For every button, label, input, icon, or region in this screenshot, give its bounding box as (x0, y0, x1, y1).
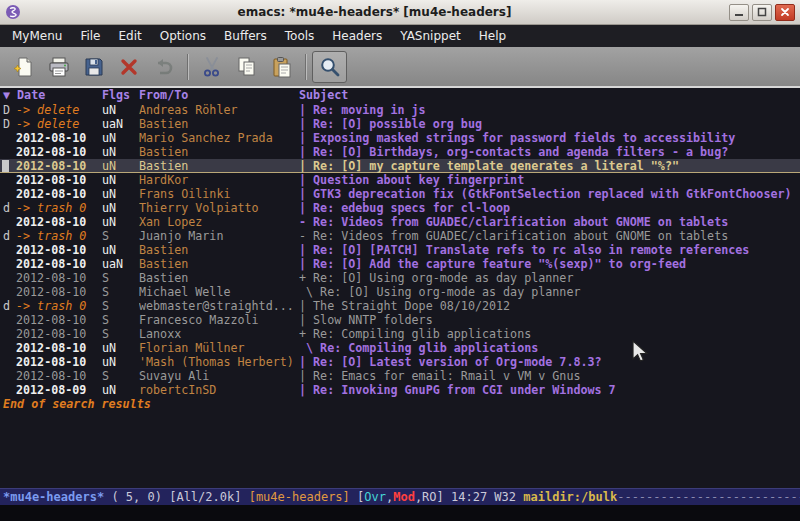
header-col-subject[interactable]: Subject (299, 88, 800, 103)
save-icon (82, 55, 106, 79)
menu-mymenu[interactable]: MyMenu (3, 27, 71, 45)
message-date: 2012-08-10 (16, 215, 102, 229)
message-row[interactable]: D-> deleteuaNBastien| Re: [O] possible o… (0, 117, 800, 131)
message-flags: uN (102, 145, 139, 159)
message-date: -> trash 0 (16, 201, 102, 215)
message-row[interactable]: 2012-08-10uNFrans Oilinki| GTK3 deprecat… (0, 187, 800, 201)
message-row[interactable]: 2012-08-10SMichael Welle \ Re: [O] Using… (0, 285, 800, 299)
message-row[interactable]: 2012-08-10uNBastien| Re: [O] Birthdays, … (0, 145, 800, 159)
undo-icon (152, 55, 176, 79)
header-col-from[interactable]: From/To (139, 88, 299, 103)
message-from: Mario Sanchez Prada (139, 131, 299, 145)
header-line: ▼ Date Flgs From/To Subject (0, 88, 800, 103)
title-bar[interactable]: emacs: *mu4e-headers* [mu4e-headers] (0, 0, 800, 25)
message-from: Francesco Mazzoli (139, 313, 299, 327)
message-mark: D (3, 117, 16, 131)
copy-button[interactable] (229, 51, 264, 83)
message-date: -> delete (16, 103, 102, 117)
message-from: Bastien (139, 159, 299, 173)
message-date: -> trash 0 (16, 299, 102, 313)
message-row[interactable]: 2012-08-10uNXan Lopez- Re: Videos from G… (0, 215, 800, 229)
message-row[interactable]: D-> deleteuNAndreas Röhler| Re: moving i… (0, 103, 800, 117)
message-from: Bastien (139, 271, 299, 285)
modeline-segment-plain: RO (422, 489, 436, 505)
message-flags: uaN (102, 117, 139, 131)
message-date: 2012-08-10 (16, 369, 102, 383)
message-row[interactable]: 2012-08-10SBastien+ Re: [O] Using org-mo… (0, 271, 800, 285)
save-button[interactable] (76, 51, 111, 83)
modeline-segment-ovr: Ovr (364, 489, 386, 505)
message-mark: d (3, 299, 16, 313)
message-flags: uN (102, 215, 139, 229)
message-subject: | GTK3 deprecation fix (GtkFontSelection… (299, 187, 800, 201)
echo-area[interactable] (0, 505, 800, 521)
message-from: webmaster@straightd... (139, 299, 299, 313)
message-row[interactable]: 2012-08-10uNHardKor| Question about key … (0, 173, 800, 187)
message-row[interactable]: 2012-08-10SLanoxx+ Re: Compiling glib ap… (0, 327, 800, 341)
cut-button[interactable] (194, 51, 229, 83)
message-date: 2012-08-10 (16, 159, 102, 173)
window-title: emacs: *mu4e-headers* [mu4e-headers] (23, 5, 726, 19)
menu-yasnippet[interactable]: YASnippet (391, 27, 470, 45)
message-subject: | Re: [O] Latest version of Org-mode 7.8… (299, 355, 800, 369)
minimize-button[interactable] (729, 4, 749, 21)
close-icon (117, 55, 141, 79)
message-row[interactable]: 2012-08-10uNBastien| Re: [O] [PATCH] Tra… (0, 243, 800, 257)
close-button[interactable] (111, 51, 146, 83)
message-from: Juanjo Marin (139, 229, 299, 243)
modeline-segment-mode: [mu4e-headers] (249, 489, 350, 505)
message-date: 2012-08-10 (16, 173, 102, 187)
message-row[interactable]: 2012-08-10SSuvayu Ali| Re: Emacs for ema… (0, 369, 800, 383)
close-button[interactable] (775, 4, 795, 21)
header-col-date[interactable]: ▼ Date (3, 88, 102, 103)
message-row[interactable]: 2012-08-10uNMario Sanchez Prada| Exposin… (0, 131, 800, 145)
message-mark (3, 341, 16, 355)
message-mark (3, 187, 16, 201)
message-subject: | Re: [O] possible org bug (299, 117, 800, 131)
message-row[interactable]: 2012-08-10SFrancesco Mazzoli| Slow NNTP … (0, 313, 800, 327)
mode-line[interactable]: *mu4e-headers* ( 5, 0) [All/2.0k] [mu4e-… (0, 488, 800, 505)
message-row[interactable]: 2012-08-09uNrobertcInSD| Re: Invoking Gn… (0, 383, 800, 397)
message-mark: d (3, 201, 16, 215)
search-button[interactable] (312, 51, 347, 83)
header-col-flags[interactable]: Flgs (102, 88, 139, 103)
message-row[interactable]: 2012-08-10uaNBastien| Re: [O] Add the ca… (0, 257, 800, 271)
menu-tools[interactable]: Tools (276, 27, 324, 45)
paste-button[interactable] (264, 51, 299, 83)
maximize-button[interactable] (752, 4, 772, 21)
menu-bar: MyMenuFileEditOptionsBuffersToolsHeaders… (0, 25, 800, 47)
modeline-segment-plain: [ (350, 489, 364, 505)
message-subject: | Exposing masked strings for password f… (299, 131, 800, 145)
message-flags: uN (102, 355, 139, 369)
modeline-segment-plain: , (386, 489, 393, 505)
menu-file[interactable]: File (71, 27, 109, 45)
message-subject: | Re: [O] my capture template generates … (299, 159, 800, 173)
message-row[interactable]: 2012-08-10uNFlorian Müllner \ Re: Compil… (0, 341, 800, 355)
message-row[interactable]: d-> trash 0Swebmaster@straightd...| The … (0, 299, 800, 313)
message-mark (3, 285, 16, 299)
print-button[interactable] (41, 51, 76, 83)
message-from: Thierry Volpiatto (139, 201, 299, 215)
message-row[interactable]: d-> trash 0uNThierry Volpiatto| Re: edeb… (0, 201, 800, 215)
menu-help[interactable]: Help (470, 27, 515, 45)
message-subject: | Re: [O] [PATCH] Translate refs to rc a… (299, 243, 800, 257)
message-mark (3, 243, 16, 257)
message-flags: uN (102, 341, 139, 355)
message-row[interactable]: 2012-08-10uN'Mash (Thomas Herbert)| Re: … (0, 355, 800, 369)
undo-button[interactable] (146, 51, 181, 83)
message-flags: uN (102, 201, 139, 215)
message-mark (3, 355, 16, 369)
new-file-button[interactable] (6, 51, 41, 83)
message-row[interactable]: 2012-08-10uNBastien| Re: [O] my capture … (0, 159, 800, 173)
menu-headers[interactable]: Headers (323, 27, 391, 45)
emacs-icon (5, 3, 23, 21)
message-date: 2012-08-10 (16, 355, 102, 369)
menu-buffers[interactable]: Buffers (215, 27, 276, 45)
message-row[interactable]: d-> trash 0SJuanjo Marin- Re: Videos fro… (0, 229, 800, 243)
message-flags: uN (102, 131, 139, 145)
menu-edit[interactable]: Edit (110, 27, 151, 45)
menu-options[interactable]: Options (151, 27, 215, 45)
paste-icon (270, 55, 294, 79)
message-subject: + Re: Compiling glib applications (299, 327, 800, 341)
search-icon (318, 55, 342, 79)
